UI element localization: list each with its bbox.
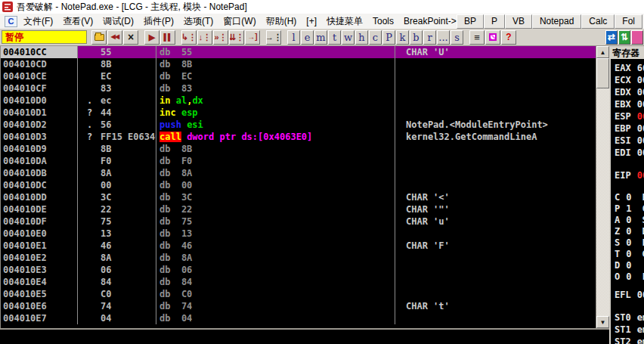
disassembly-row[interactable]: 004010DF 75 db 75 CHAR 'u' — [1, 215, 596, 228]
memory-window-button[interactable]: m — [314, 30, 327, 45]
register-row-st1[interactable]: ST1em — [611, 324, 644, 336]
close-button[interactable]: × — [123, 30, 138, 45]
disassembly-row[interactable]: 004010E3 06 db 06 — [1, 264, 596, 276]
windows-list-button[interactable]: ≡ — [469, 30, 485, 45]
plugin-button-fol[interactable]: Fol — [615, 14, 642, 29]
disassembly-row[interactable]: 004010DC 00 db 00 — [1, 179, 596, 191]
menu-item[interactable]: 调试(D) — [103, 15, 134, 28]
step-over-button[interactable]: ↓⋮ — [197, 30, 212, 45]
menu-item[interactable]: [+] — [306, 16, 317, 26]
disassembly-row[interactable]: 004010DE 22 db 22 CHAR '"' — [1, 203, 596, 215]
swap-panes-button[interactable]: ⇄ — [605, 30, 618, 45]
scrollbar-track[interactable] — [596, 88, 609, 316]
references-window-button[interactable]: r — [423, 30, 436, 45]
help-button[interactable]: ? — [501, 30, 516, 45]
register-row-esp[interactable]: ESP00 — [611, 110, 644, 122]
flag-row-a[interactable]: A0S — [611, 215, 644, 226]
register-row-ebx[interactable]: EBX00 — [611, 98, 644, 110]
plugin-button-notepad[interactable]: Notepad — [532, 14, 581, 29]
disassembly-row[interactable]: 004010CC 55 db 55 CHAR 'U' — [1, 46, 596, 58]
disassembly-row[interactable]: 004010D9 8B db 8B — [1, 143, 596, 155]
flag-row-s[interactable]: S0F — [611, 237, 644, 249]
disassembly-row[interactable]: 004010CD 8B db 8B — [1, 58, 596, 70]
restart-button[interactable]: ◀◀ — [107, 30, 122, 45]
go-to-button[interactable]: →⋮ — [266, 30, 281, 45]
register-row-st2[interactable]: ST2em — [611, 336, 644, 344]
register-row-st0[interactable]: ST0em — [611, 311, 644, 324]
source-window-button[interactable]: s — [450, 30, 463, 45]
cpu-window-button[interactable]: c — [369, 30, 382, 45]
menu-item[interactable]: BreakPoint-> — [404, 16, 457, 26]
scroll-down-icon[interactable]: ▼ — [596, 316, 609, 328]
executables-window-button[interactable]: e — [301, 30, 314, 45]
register-row-ecx[interactable]: ECX00 — [611, 74, 644, 86]
disassembly-row[interactable]: 004010E1 46 db 46 CHAR 'F' — [1, 240, 596, 252]
menu-item[interactable]: 插件(P) — [144, 15, 174, 28]
plugin-button-vb[interactable]: VB — [505, 14, 532, 29]
disassembly-scrollbar[interactable]: ▲ ▼ — [596, 46, 609, 328]
flag-row-p[interactable]: P1C — [611, 203, 644, 215]
menu-item[interactable]: 帮助(H) — [266, 15, 297, 28]
breakpoints-window-button[interactable]: b — [410, 30, 423, 45]
menu-item[interactable]: Tools — [373, 16, 394, 26]
menu-item[interactable]: 窗口(W) — [223, 15, 255, 28]
call-stack-window-button[interactable]: k — [396, 30, 409, 45]
register-row-edx[interactable]: EDX00 — [611, 86, 644, 98]
step-into-button[interactable]: ↳⋮ — [181, 30, 197, 45]
register-row-eax[interactable]: EAX66 — [611, 62, 644, 74]
run-button[interactable]: ▶ — [144, 30, 159, 45]
menu-item[interactable]: 选项(T) — [184, 15, 213, 28]
register-row-ebp[interactable]: EBP00 — [611, 122, 644, 135]
registers-pane[interactable]: 寄存器 EAX66ECX00EDX00EBX00ESP00EBP00ESI00E… — [609, 46, 644, 344]
plugin-button-calc[interactable]: Calc — [581, 14, 615, 29]
register-row-edi[interactable]: EDI00 — [611, 147, 644, 159]
disassembly-row[interactable]: 004010D1 ?44 inc esp — [1, 107, 596, 119]
flag-row-d[interactable]: D0 — [611, 260, 644, 271]
open-file-button[interactable] — [91, 30, 107, 45]
menu-item[interactable]: 文件(F) — [23, 15, 53, 28]
flag-row-z[interactable]: Z0D — [611, 226, 644, 237]
pause-button[interactable]: ▌▌ — [160, 30, 175, 45]
cpu-window-icon[interactable]: C — [5, 16, 17, 27]
disassembly-row[interactable]: 004010E2 8A db 8A — [1, 252, 596, 264]
execute-till-return-button[interactable]: →] — [245, 30, 260, 45]
disassembly-pane[interactable]: 004010CC 55 db 55 CHAR 'U' 004010CD 8B d… — [0, 46, 596, 328]
disassembly-row[interactable]: 004010E0 13 db 13 — [1, 228, 596, 240]
log-window-button[interactable]: l — [287, 30, 300, 45]
disassembly-row[interactable]: 004010D3 ?FF15 E0634000 call dword ptr d… — [1, 131, 596, 143]
disassembly-row[interactable]: 004010E4 84 db 84 — [1, 276, 596, 288]
menu-item[interactable]: 快捷菜单 — [327, 15, 363, 28]
menu-item[interactable]: 查看(V) — [63, 15, 93, 28]
register-row-esi[interactable]: ESI00 — [611, 135, 644, 147]
appearance-button[interactable] — [485, 30, 500, 45]
windows-window-button[interactable]: w — [342, 30, 355, 45]
disassembly-row[interactable]: 004010E6 74 db 74 CHAR 't' — [1, 300, 596, 312]
flag-row-c[interactable]: C0E — [611, 192, 644, 203]
scrollbar-thumb[interactable] — [596, 58, 609, 88]
disassembly-row[interactable]: 004010DB 8A db 8A — [1, 167, 596, 179]
disassembly-row[interactable]: 004010DD 3C db 3C CHAR '<' — [1, 191, 596, 203]
flag-row-o[interactable]: O0L — [611, 271, 644, 283]
pink-button[interactable] — [631, 30, 643, 45]
disassembly-row[interactable]: 004010D0 .ec in al,dx — [1, 95, 596, 107]
disassembly-row[interactable]: 004010E5 C0 db C0 — [1, 288, 596, 300]
disassembly-row[interactable]: 004010D2 .56 push esi NotePad.<ModuleEnt… — [1, 119, 596, 131]
register-row-efl[interactable]: EFL00 — [611, 289, 644, 301]
flag-row-t[interactable]: T0G — [611, 249, 644, 260]
scroll-up-icon[interactable]: ▲ — [596, 46, 609, 58]
patches-window-button[interactable]: P — [382, 30, 395, 45]
disassembly-row[interactable]: 004010DA F0 db F0 — [1, 155, 596, 167]
disassembly-row[interactable]: 004010CF 83 db 83 — [1, 82, 596, 95]
updown-button[interactable]: ⇅ — [618, 30, 630, 45]
instruction-cell: db 8A — [156, 252, 395, 264]
animate-over-button[interactable]: ⇊⋮ — [229, 30, 244, 45]
plugin-button-bp[interactable]: BP — [457, 14, 484, 29]
run-trace-window-button[interactable]: ... — [437, 30, 450, 45]
threads-window-button[interactable]: t — [328, 30, 341, 45]
handles-window-button[interactable]: h — [355, 30, 368, 45]
animate-into-button[interactable]: »⋮ — [213, 30, 228, 45]
disassembly-row[interactable]: 004010CE EC db EC — [1, 70, 596, 82]
disassembly-row[interactable]: 004010E7 04 db 04 — [1, 312, 596, 324]
register-row-eip[interactable]: EIP00 — [611, 169, 644, 181]
plugin-button-p[interactable]: P — [484, 14, 505, 29]
